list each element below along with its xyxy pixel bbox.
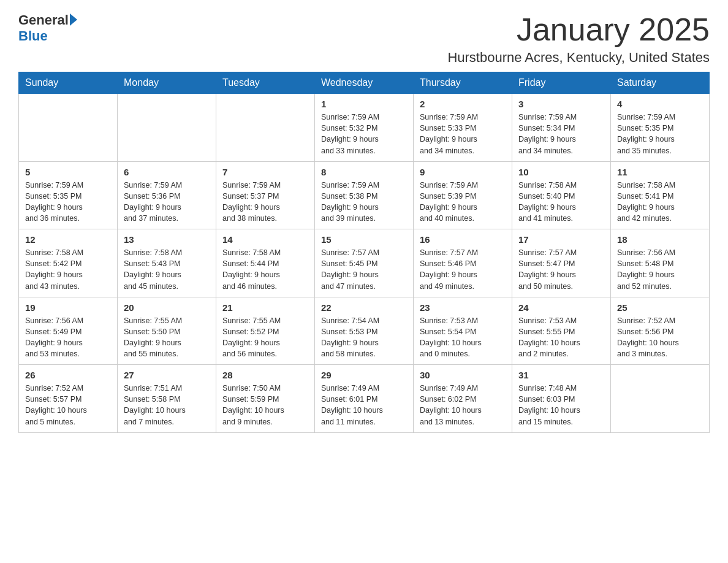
day-number: 10 — [518, 167, 604, 177]
day-info: Sunrise: 7:59 AM Sunset: 5:35 PM Dayligh… — [617, 112, 703, 156]
table-row: 4Sunrise: 7:59 AM Sunset: 5:35 PM Daylig… — [611, 94, 710, 162]
table-row: 19Sunrise: 7:56 AM Sunset: 5:49 PM Dayli… — [19, 297, 118, 365]
day-number: 24 — [518, 302, 604, 313]
day-info: Sunrise: 7:59 AM Sunset: 5:34 PM Dayligh… — [518, 112, 604, 156]
day-number: 2 — [420, 99, 506, 109]
day-number: 5 — [25, 167, 111, 177]
table-row: 11Sunrise: 7:58 AM Sunset: 5:41 PM Dayli… — [611, 161, 710, 229]
table-row: 20Sunrise: 7:55 AM Sunset: 5:50 PM Dayli… — [118, 297, 216, 365]
day-info: Sunrise: 7:53 AM Sunset: 5:54 PM Dayligh… — [420, 315, 506, 360]
logo-blue: Blue — [18, 28, 48, 44]
day-info: Sunrise: 7:58 AM Sunset: 5:44 PM Dayligh… — [222, 247, 308, 292]
day-info: Sunrise: 7:58 AM Sunset: 5:40 PM Dayligh… — [518, 180, 604, 224]
calendar-week-row: 12Sunrise: 7:58 AM Sunset: 5:42 PM Dayli… — [19, 229, 710, 297]
table-row: 15Sunrise: 7:57 AM Sunset: 5:45 PM Dayli… — [315, 229, 414, 297]
table-row — [216, 94, 315, 162]
table-row — [611, 365, 710, 433]
header-monday: Monday — [118, 72, 216, 94]
table-row: 23Sunrise: 7:53 AM Sunset: 5:54 PM Dayli… — [414, 297, 512, 365]
day-info: Sunrise: 7:57 AM Sunset: 5:45 PM Dayligh… — [321, 247, 407, 292]
day-number: 16 — [420, 234, 506, 245]
table-row: 2Sunrise: 7:59 AM Sunset: 5:33 PM Daylig… — [414, 94, 512, 162]
day-number: 27 — [124, 370, 210, 380]
table-row: 22Sunrise: 7:54 AM Sunset: 5:53 PM Dayli… — [315, 297, 414, 365]
day-info: Sunrise: 7:58 AM Sunset: 5:42 PM Dayligh… — [25, 247, 111, 292]
day-number: 9 — [420, 167, 506, 177]
table-row: 27Sunrise: 7:51 AM Sunset: 5:58 PM Dayli… — [118, 365, 216, 433]
table-row: 5Sunrise: 7:59 AM Sunset: 5:35 PM Daylig… — [19, 161, 118, 229]
calendar-week-row: 5Sunrise: 7:59 AM Sunset: 5:35 PM Daylig… — [19, 161, 710, 229]
day-number: 25 — [617, 302, 703, 313]
day-number: 26 — [25, 370, 111, 380]
table-row: 31Sunrise: 7:48 AM Sunset: 6:03 PM Dayli… — [512, 365, 611, 433]
day-number: 22 — [321, 302, 407, 313]
table-row: 7Sunrise: 7:59 AM Sunset: 5:37 PM Daylig… — [216, 161, 315, 229]
day-number: 7 — [222, 167, 308, 177]
day-info: Sunrise: 7:59 AM Sunset: 5:35 PM Dayligh… — [25, 180, 111, 224]
table-row: 25Sunrise: 7:52 AM Sunset: 5:56 PM Dayli… — [611, 297, 710, 365]
header-friday: Friday — [512, 72, 611, 94]
day-number: 13 — [124, 234, 210, 245]
title-section: January 2025 Hurstbourne Acres, Kentucky… — [447, 12, 710, 66]
table-row: 10Sunrise: 7:58 AM Sunset: 5:40 PM Dayli… — [512, 161, 611, 229]
header-thursday: Thursday — [414, 72, 512, 94]
day-info: Sunrise: 7:52 AM Sunset: 5:56 PM Dayligh… — [617, 315, 703, 360]
calendar-week-row: 19Sunrise: 7:56 AM Sunset: 5:49 PM Dayli… — [19, 297, 710, 365]
day-info: Sunrise: 7:59 AM Sunset: 5:36 PM Dayligh… — [124, 180, 210, 224]
day-number: 1 — [321, 99, 407, 109]
day-info: Sunrise: 7:56 AM Sunset: 5:48 PM Dayligh… — [617, 247, 703, 292]
day-info: Sunrise: 7:59 AM Sunset: 5:39 PM Dayligh… — [420, 180, 506, 224]
calendar-week-row: 1Sunrise: 7:59 AM Sunset: 5:32 PM Daylig… — [19, 94, 710, 162]
day-number: 23 — [420, 302, 506, 313]
day-number: 8 — [321, 167, 407, 177]
day-number: 21 — [222, 302, 308, 313]
day-info: Sunrise: 7:51 AM Sunset: 5:58 PM Dayligh… — [124, 383, 210, 427]
table-row: 30Sunrise: 7:49 AM Sunset: 6:02 PM Dayli… — [414, 365, 512, 433]
table-row: 9Sunrise: 7:59 AM Sunset: 5:39 PM Daylig… — [414, 161, 512, 229]
table-row: 28Sunrise: 7:50 AM Sunset: 5:59 PM Dayli… — [216, 365, 315, 433]
day-info: Sunrise: 7:48 AM Sunset: 6:03 PM Dayligh… — [518, 383, 604, 427]
table-row: 29Sunrise: 7:49 AM Sunset: 6:01 PM Dayli… — [315, 365, 414, 433]
day-info: Sunrise: 7:54 AM Sunset: 5:53 PM Dayligh… — [321, 315, 407, 360]
day-number: 15 — [321, 234, 407, 245]
day-info: Sunrise: 7:59 AM Sunset: 5:37 PM Dayligh… — [222, 180, 308, 224]
day-number: 14 — [222, 234, 308, 245]
table-row: 17Sunrise: 7:57 AM Sunset: 5:47 PM Dayli… — [512, 229, 611, 297]
day-number: 12 — [25, 234, 111, 245]
table-row: 26Sunrise: 7:52 AM Sunset: 5:57 PM Dayli… — [19, 365, 118, 433]
day-number: 3 — [518, 99, 604, 109]
day-number: 11 — [617, 167, 703, 177]
day-info: Sunrise: 7:59 AM Sunset: 5:38 PM Dayligh… — [321, 180, 407, 224]
day-info: Sunrise: 7:55 AM Sunset: 5:50 PM Dayligh… — [124, 315, 210, 360]
day-info: Sunrise: 7:58 AM Sunset: 5:43 PM Dayligh… — [124, 247, 210, 292]
logo-arrow-icon — [70, 13, 77, 26]
table-row: 16Sunrise: 7:57 AM Sunset: 5:46 PM Dayli… — [414, 229, 512, 297]
day-number: 17 — [518, 234, 604, 245]
day-info: Sunrise: 7:49 AM Sunset: 6:01 PM Dayligh… — [321, 383, 407, 427]
day-info: Sunrise: 7:58 AM Sunset: 5:41 PM Dayligh… — [617, 180, 703, 224]
table-row — [118, 94, 216, 162]
day-number: 19 — [25, 302, 111, 313]
table-row: 21Sunrise: 7:55 AM Sunset: 5:52 PM Dayli… — [216, 297, 315, 365]
day-number: 6 — [124, 167, 210, 177]
day-info: Sunrise: 7:52 AM Sunset: 5:57 PM Dayligh… — [25, 383, 111, 427]
calendar-week-row: 26Sunrise: 7:52 AM Sunset: 5:57 PM Dayli… — [19, 365, 710, 433]
header-saturday: Saturday — [611, 72, 710, 94]
table-row: 8Sunrise: 7:59 AM Sunset: 5:38 PM Daylig… — [315, 161, 414, 229]
day-info: Sunrise: 7:49 AM Sunset: 6:02 PM Dayligh… — [420, 383, 506, 427]
logo: General Blue — [18, 12, 77, 44]
table-row: 13Sunrise: 7:58 AM Sunset: 5:43 PM Dayli… — [118, 229, 216, 297]
day-number: 28 — [222, 370, 308, 380]
table-row: 12Sunrise: 7:58 AM Sunset: 5:42 PM Dayli… — [19, 229, 118, 297]
header-sunday: Sunday — [19, 72, 118, 94]
calendar-header-row: Sunday Monday Tuesday Wednesday Thursday… — [19, 72, 710, 94]
day-info: Sunrise: 7:59 AM Sunset: 5:33 PM Dayligh… — [420, 112, 506, 156]
day-number: 29 — [321, 370, 407, 380]
day-number: 20 — [124, 302, 210, 313]
table-row: 24Sunrise: 7:53 AM Sunset: 5:55 PM Dayli… — [512, 297, 611, 365]
day-info: Sunrise: 7:56 AM Sunset: 5:49 PM Dayligh… — [25, 315, 111, 360]
header-wednesday: Wednesday — [315, 72, 414, 94]
day-info: Sunrise: 7:53 AM Sunset: 5:55 PM Dayligh… — [518, 315, 604, 360]
table-row: 6Sunrise: 7:59 AM Sunset: 5:36 PM Daylig… — [118, 161, 216, 229]
day-number: 18 — [617, 234, 703, 245]
